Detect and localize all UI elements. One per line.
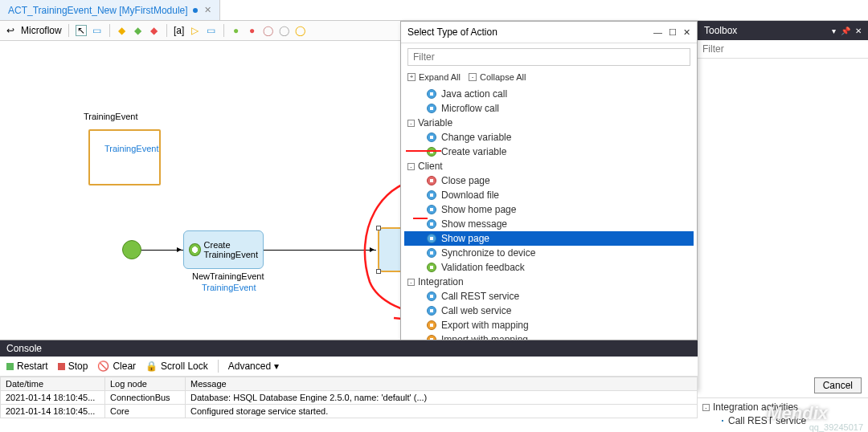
toolbox-dropdown-icon[interactable]: ▾ [832,26,836,35]
console-title: Console [0,340,698,357]
cell-lognode: ConnectionBus [105,391,186,405]
create-action-var: NewTrainingEvent [192,271,264,281]
tree-item[interactable]: Create variable [404,145,694,159]
minimize-icon[interactable]: — [653,27,662,38]
parameter-type: TrainingEvent [84,112,137,121]
stop-button[interactable]: Stop [58,361,88,372]
tree-group-label: Integration [418,276,464,287]
tree-item[interactable]: Show page [404,231,694,246]
tree-item[interactable]: Call REST service [404,289,694,304]
decision-green-icon[interactable]: ◆ [133,25,144,36]
parameter-box[interactable]: TrainingEvent [88,129,161,185]
collapse-toggle-icon[interactable]: - [407,163,415,170]
tree-group-header[interactable]: -Client [404,159,694,173]
action-icon [427,219,436,229]
annotation-icon[interactable]: [a] [174,25,185,36]
loop-icon[interactable]: ▷ [190,25,201,36]
start-event-icon[interactable]: ● [231,25,242,36]
toolbox-pin-icon[interactable]: 📌 [841,26,850,35]
document-tab[interactable]: ACT_TrainingEvent_New [MyFirstModule] ✕ [0,0,220,20]
tree-item[interactable]: Change variable [404,130,694,145]
dialog-filter-input[interactable] [407,48,690,66]
decision-yellow-icon[interactable]: ◆ [117,25,128,36]
action-icon [427,291,436,301]
tree-group-header[interactable]: -Variable [404,116,694,130]
arrow-left-icon[interactable]: ↩ [5,25,16,36]
tree-group-label: Client [418,161,443,172]
tree-item[interactable]: Show home page [404,202,694,217]
toolbox-group-label[interactable]: Integration activities [713,401,798,413]
tree-item[interactable]: Download file [404,188,694,202]
flow-arrow[interactable] [264,250,376,251]
maximize-icon[interactable]: ☐ [669,27,677,38]
hidden-ok-hint [794,377,809,393]
collapse-all-button[interactable]: -Collapse All [469,72,526,82]
action-icon [427,176,436,185]
clear-icon: 🚫 [97,361,109,372]
close-icon[interactable]: ✕ [683,27,690,38]
tree-item-label: Close page [441,175,490,186]
tree-item[interactable]: Export with mapping [404,318,694,332]
collapse-toggle-icon[interactable]: - [407,279,415,286]
advanced-menu[interactable]: Advanced ▾ [228,361,279,372]
console-row[interactable]: 2021-01-14 18:10:45...CoreConfigured sto… [1,405,698,418]
tree-item-label: Download file [441,190,499,201]
lock-icon: 🔒 [145,361,158,372]
error-event-icon[interactable]: ◯ [263,25,274,36]
resize-handle[interactable] [376,269,381,274]
collapse-all-label: Collapse All [480,72,526,82]
collapse-toggle-icon[interactable]: - [407,120,415,127]
stop-label: Stop [68,361,88,372]
console-table: Date/time Log node Message 2021-01-14 18… [0,377,698,418]
tree-item[interactable]: Show message [404,217,694,231]
restart-button[interactable]: Restart [6,361,48,372]
tree-group-header[interactable]: -Integration [404,275,694,289]
tree-item[interactable]: Synchronize to device [404,246,694,260]
continue-event-icon[interactable]: ◯ [295,25,306,36]
toolbox-filter-input[interactable] [698,40,868,59]
tree-item-label: Microflow call [441,103,499,114]
console-panel: Console Restart Stop 🚫Clear 🔒Scroll Lock… [0,340,698,432]
annotation-underline-icon [413,218,428,219]
cell-lognode: Core [105,405,186,418]
break-event-icon[interactable]: ◯ [279,25,290,36]
tree-item[interactable]: Java action call [404,87,694,101]
tree-item[interactable]: Close page [404,173,694,188]
expand-all-button[interactable]: +Expand All [407,72,461,82]
tree-item-label: Call web service [441,305,511,316]
toolbar-separator [223,24,224,37]
parameter-link[interactable]: TrainingEvent [104,144,158,153]
create-action[interactable]: Create TrainingEvent NewTrainingEvent Tr… [183,230,264,269]
create-action-link[interactable]: TrainingEvent [202,283,256,292]
toolbox-close-icon[interactable]: ✕ [855,26,862,35]
dialog-title: Select Type of Action [407,26,497,38]
pointer-tool-icon[interactable]: ↖ [76,25,87,36]
toolbox-item-label: Call REST service [728,415,806,426]
tree-item[interactable]: Call web service [404,304,694,318]
toolbox-title: Toolbox [704,25,737,36]
tree-item[interactable]: Validation feedback [404,260,694,275]
tree-item[interactable]: Microflow call [404,101,694,116]
cancel-button[interactable]: Cancel [814,377,862,393]
action-icon [427,234,436,243]
param-icon[interactable]: ▭ [206,25,217,36]
col-lognode[interactable]: Log node [105,377,186,391]
cell-message: Configured storage service started. [186,405,698,418]
resize-handle[interactable] [376,226,381,230]
action-icon [427,205,436,214]
action-icon [427,89,436,99]
start-event[interactable] [122,240,141,259]
end-event-icon[interactable]: ● [247,25,258,36]
flow-arrow[interactable] [141,250,183,251]
clear-button[interactable]: 🚫Clear [97,361,136,372]
activity-tool-icon[interactable]: ▭ [92,25,103,36]
decision-red-icon[interactable]: ◆ [149,25,160,36]
close-tab-icon[interactable]: ✕ [204,5,211,15]
toolbox-panel: Toolbox ▾ 📌 ✕ -Integration activities Ca… [698,21,868,432]
scroll-lock-button[interactable]: 🔒Scroll Lock [145,361,208,372]
col-datetime[interactable]: Date/time [1,377,105,391]
col-message[interactable]: Message [186,377,698,391]
console-row[interactable]: 2021-01-14 18:10:45...ConnectionBusDatab… [1,391,698,405]
clear-label: Clear [113,361,136,372]
action-icon [427,104,436,113]
